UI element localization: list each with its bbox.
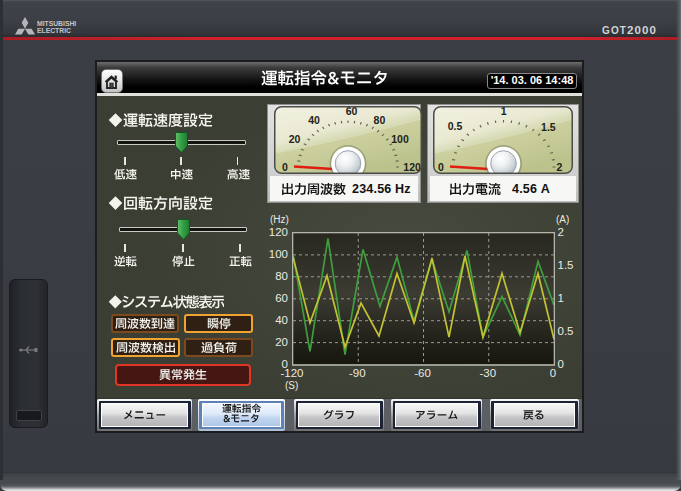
svg-text:40: 40 [308,114,320,126]
svg-text:0: 0 [281,161,287,173]
svg-text:20: 20 [288,133,300,145]
svg-text:100: 100 [391,133,409,145]
svg-text:1: 1 [501,106,507,117]
svg-text:0: 0 [438,161,444,173]
svg-text:60: 60 [345,106,357,117]
svg-text:1.5: 1.5 [541,121,556,133]
svg-text:0.5: 0.5 [448,120,463,132]
svg-text:2: 2 [556,161,562,173]
svg-text:80: 80 [373,114,385,126]
